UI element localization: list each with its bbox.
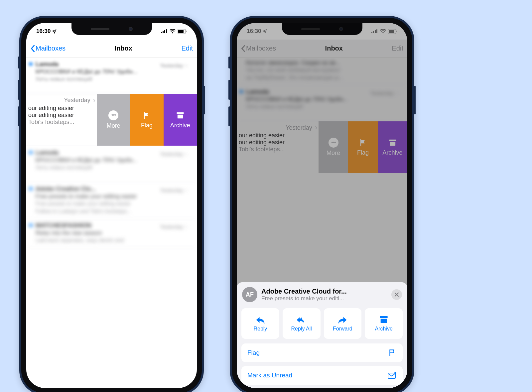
archive-icon [176, 111, 185, 120]
phone-left: 16:30 Mailboxes Inbox Edit [19, 16, 204, 392]
unread-dot-icon [29, 151, 33, 154]
svg-rect-5 [178, 30, 184, 33]
unread-dot-icon [29, 62, 33, 66]
replyall-icon [296, 315, 307, 324]
navbar: Mailboxes Inbox Edit [26, 40, 197, 58]
more-icon: ••• [108, 110, 118, 120]
svg-rect-2 [164, 30, 165, 33]
avatar: AF [242, 287, 257, 302]
list-item[interactable]: Lamoda Yesterday КРОССОВКИ и КЕДЫ до 70%… [26, 58, 197, 94]
flag-icon [142, 111, 151, 120]
forward-icon [337, 315, 347, 324]
swipe-more-button[interactable]: ••• More [97, 94, 130, 146]
svg-rect-0 [161, 32, 162, 33]
swipe-archive-button[interactable]: Archive [164, 94, 197, 146]
replyall-button[interactable]: Reply All [283, 308, 321, 339]
location-icon [52, 29, 57, 34]
swiped-item[interactable]: Yesterday our editing easier our editing… [26, 94, 197, 146]
edit-button[interactable]: Edit [182, 45, 193, 52]
svg-rect-3 [166, 29, 167, 33]
list-item[interactable]: MATCHESFASHION Yesterday Relax into the … [26, 219, 197, 248]
flag-item[interactable]: Flag [241, 343, 403, 362]
wifi-icon [170, 29, 176, 34]
battery-icon [178, 29, 187, 34]
message-list[interactable]: Lamoda Yesterday КРОССОВКИ и КЕДЫ до 70%… [26, 58, 197, 388]
reply-icon [255, 315, 265, 324]
archive-icon [379, 315, 388, 324]
swipe-date: Yesterday [28, 96, 97, 105]
unread-dot-icon [29, 187, 33, 191]
swipe-flag-button[interactable]: Flag [130, 94, 163, 146]
back-button[interactable]: Mailboxes [30, 45, 66, 52]
signal-icon [161, 29, 168, 33]
sheet-subtitle: Free presets to make your editi... [261, 295, 387, 302]
action-sheet: AF Adobe Creative Cloud for... Free pres… [237, 282, 407, 388]
back-label: Mailboxes [36, 45, 66, 52]
mail-unread-icon [387, 371, 397, 379]
close-button[interactable] [391, 289, 402, 300]
svg-rect-7 [177, 112, 184, 114]
svg-point-18 [394, 372, 396, 374]
mark-unread-item[interactable]: Mark as Unread [241, 366, 403, 385]
sheet-title: Adobe Creative Cloud for... [261, 288, 387, 295]
close-icon [394, 292, 399, 297]
svg-rect-6 [186, 31, 187, 32]
list-item[interactable]: Adobe Creative Clo... Yesterday Free pre… [26, 182, 197, 219]
reply-button[interactable]: Reply [241, 308, 279, 339]
status-time: 16:30 [36, 28, 51, 35]
list-item[interactable]: Lamoda Yesterday КРОССОВКИ и КЕДЫ до 70%… [26, 146, 197, 183]
nav-title: Inbox [115, 45, 132, 52]
archive-button[interactable]: Archive [365, 308, 403, 339]
chevron-left-icon [30, 45, 35, 52]
flag-outline-icon [388, 348, 397, 357]
svg-rect-1 [163, 31, 164, 33]
svg-rect-16 [380, 316, 387, 318]
unread-dot-icon [29, 223, 33, 227]
phone-right: 16:30 Mailboxes Inbox Edit [230, 16, 414, 392]
forward-button[interactable]: Forward [324, 308, 362, 339]
